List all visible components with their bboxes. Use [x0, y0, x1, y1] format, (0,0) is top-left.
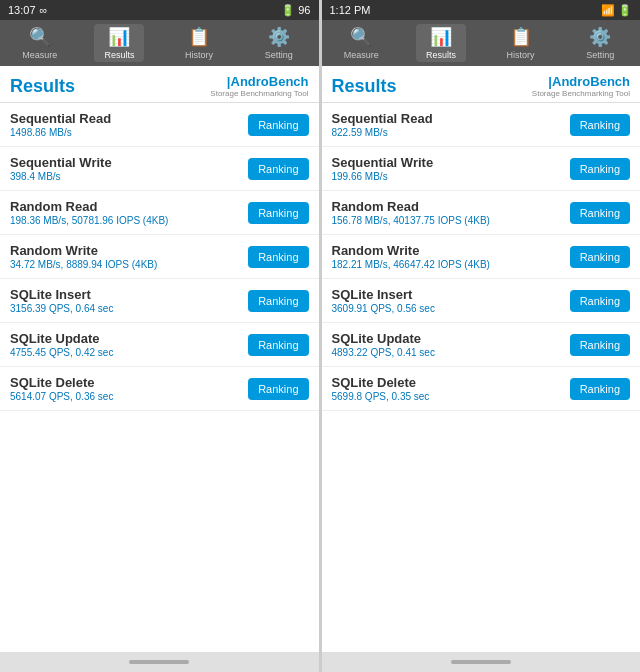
result-name-r6: SQLite Delete: [332, 375, 562, 390]
result-info-2: Random Read 198.36 MB/s, 50781.96 IOPS (…: [10, 199, 240, 226]
result-info-r2: Random Read 156.78 MB/s, 40137.75 IOPS (…: [332, 199, 562, 226]
setting-label-right: Setting: [586, 50, 614, 60]
logo-main-right: |AndroBench: [532, 74, 630, 89]
nav-measure-right[interactable]: 🔍 Measure: [336, 24, 386, 62]
result-value-r3: 182.21 MB/s, 46647.42 IOPS (4KB): [332, 259, 562, 270]
results-list-right: Sequential Read 822.59 MB/s Ranking Sequ…: [322, 103, 641, 652]
ranking-btn-2[interactable]: Ranking: [248, 202, 308, 224]
result-value-r0: 822.59 MB/s: [332, 127, 562, 138]
nav-history-left[interactable]: 📋 History: [174, 24, 224, 62]
table-row: SQLite Insert 3156.39 QPS, 0.64 sec Rank…: [0, 279, 319, 323]
logo-main-left: |AndroBench: [210, 74, 308, 89]
ranking-btn-r3[interactable]: Ranking: [570, 246, 630, 268]
results-icon-right: 📊: [430, 26, 452, 48]
table-row: Random Write 182.21 MB/s, 46647.42 IOPS …: [322, 235, 641, 279]
nav-measure-left[interactable]: 🔍 Measure: [15, 24, 65, 62]
setting-icon-left: ⚙️: [268, 26, 290, 48]
screen-right: 1:12 PM 📶 🔋 🔍 Measure 📊 Results 📋 Histor…: [322, 0, 641, 672]
measure-label-left: Measure: [22, 50, 57, 60]
ranking-btn-r6[interactable]: Ranking: [570, 378, 630, 400]
androbench-logo-right: |AndroBench Storage Benchmarking Tool: [532, 74, 630, 98]
ranking-btn-r5[interactable]: Ranking: [570, 334, 630, 356]
table-row: Sequential Read 1498.86 MB/s Ranking: [0, 103, 319, 147]
table-row: Sequential Write 398.4 MB/s Ranking: [0, 147, 319, 191]
table-row: SQLite Delete 5699.8 QPS, 0.35 sec Ranki…: [322, 367, 641, 411]
ranking-btn-0[interactable]: Ranking: [248, 114, 308, 136]
status-right-left-info: 1:12 PM: [330, 4, 371, 16]
result-name-5: SQLite Update: [10, 331, 240, 346]
results-title-right: Results: [332, 76, 397, 97]
ranking-btn-5[interactable]: Ranking: [248, 334, 308, 356]
result-name-r1: Sequential Write: [332, 155, 562, 170]
result-info-5: SQLite Update 4755.45 QPS, 0.42 sec: [10, 331, 240, 358]
ranking-btn-1[interactable]: Ranking: [248, 158, 308, 180]
nav-bar-right: 🔍 Measure 📊 Results 📋 History ⚙️ Setting: [322, 20, 641, 66]
screen-left: 13:07 ∞ 🔋 96 🔍 Measure 📊 Results 📋 Histo…: [0, 0, 320, 672]
results-icon-left: 📊: [108, 26, 130, 48]
results-header-right: Results |AndroBench Storage Benchmarking…: [322, 66, 641, 103]
result-name-r2: Random Read: [332, 199, 562, 214]
history-label-right: History: [507, 50, 535, 60]
result-info-1: Sequential Write 398.4 MB/s: [10, 155, 240, 182]
result-name-1: Sequential Write: [10, 155, 240, 170]
ranking-btn-3[interactable]: Ranking: [248, 246, 308, 268]
table-row: Random Read 156.78 MB/s, 40137.75 IOPS (…: [322, 191, 641, 235]
table-row: SQLite Insert 3609.91 QPS, 0.56 sec Rank…: [322, 279, 641, 323]
result-name-2: Random Read: [10, 199, 240, 214]
history-icon-left: 📋: [188, 26, 210, 48]
ranking-btn-r0[interactable]: Ranking: [570, 114, 630, 136]
ranking-btn-r4[interactable]: Ranking: [570, 290, 630, 312]
result-name-6: SQLite Delete: [10, 375, 240, 390]
results-label-right: Results: [426, 50, 456, 60]
nav-history-right[interactable]: 📋 History: [496, 24, 546, 62]
signal-right: 📶 🔋: [601, 4, 632, 17]
result-value-r2: 156.78 MB/s, 40137.75 IOPS (4KB): [332, 215, 562, 226]
nav-setting-left[interactable]: ⚙️ Setting: [254, 24, 304, 62]
ranking-btn-6[interactable]: Ranking: [248, 378, 308, 400]
result-info-0: Sequential Read 1498.86 MB/s: [10, 111, 240, 138]
logo-sub-right: Storage Benchmarking Tool: [532, 89, 630, 98]
result-info-r1: Sequential Write 199.66 MB/s: [332, 155, 562, 182]
result-name-r4: SQLite Insert: [332, 287, 562, 302]
status-left-info: 13:07 ∞: [8, 4, 47, 16]
measure-label-right: Measure: [344, 50, 379, 60]
result-name-4: SQLite Insert: [10, 287, 240, 302]
nav-results-right[interactable]: 📊 Results: [416, 24, 466, 62]
result-info-r5: SQLite Update 4893.22 QPS, 0.41 sec: [332, 331, 562, 358]
nav-results-left[interactable]: 📊 Results: [94, 24, 144, 62]
history-label-left: History: [185, 50, 213, 60]
table-row: Sequential Read 822.59 MB/s Ranking: [322, 103, 641, 147]
time-right: 1:12 PM: [330, 4, 371, 16]
setting-label-left: Setting: [265, 50, 293, 60]
results-label-left: Results: [104, 50, 134, 60]
result-name-3: Random Write: [10, 243, 240, 258]
ranking-btn-r1[interactable]: Ranking: [570, 158, 630, 180]
time-left: 13:07: [8, 4, 36, 16]
result-value-0: 1498.86 MB/s: [10, 127, 240, 138]
table-row: SQLite Update 4893.22 QPS, 0.41 sec Rank…: [322, 323, 641, 367]
table-row: Random Read 198.36 MB/s, 50781.96 IOPS (…: [0, 191, 319, 235]
table-row: SQLite Delete 5614.07 QPS, 0.36 sec Rank…: [0, 367, 319, 411]
table-row: SQLite Update 4755.45 QPS, 0.42 sec Rank…: [0, 323, 319, 367]
results-list-left: Sequential Read 1498.86 MB/s Ranking Seq…: [0, 103, 319, 652]
ranking-btn-4[interactable]: Ranking: [248, 290, 308, 312]
ranking-btn-r2[interactable]: Ranking: [570, 202, 630, 224]
result-value-r5: 4893.22 QPS, 0.41 sec: [332, 347, 562, 358]
result-name-r0: Sequential Read: [332, 111, 562, 126]
result-value-r6: 5699.8 QPS, 0.35 sec: [332, 391, 562, 402]
result-name-r3: Random Write: [332, 243, 562, 258]
logo-sub-left: Storage Benchmarking Tool: [210, 89, 308, 98]
battery-left: 🔋 96: [281, 4, 310, 17]
result-name-r5: SQLite Update: [332, 331, 562, 346]
result-value-5: 4755.45 QPS, 0.42 sec: [10, 347, 240, 358]
result-name-0: Sequential Read: [10, 111, 240, 126]
nav-bar-left: 🔍 Measure 📊 Results 📋 History ⚙️ Setting: [0, 20, 319, 66]
status-right-info: 🔋 96: [281, 4, 310, 17]
result-value-6: 5614.07 QPS, 0.36 sec: [10, 391, 240, 402]
result-info-r0: Sequential Read 822.59 MB/s: [332, 111, 562, 138]
setting-icon-right: ⚙️: [589, 26, 611, 48]
result-info-r4: SQLite Insert 3609.91 QPS, 0.56 sec: [332, 287, 562, 314]
nav-setting-right[interactable]: ⚙️ Setting: [575, 24, 625, 62]
home-indicator-right: [451, 660, 511, 664]
bottom-bar-left: [0, 652, 319, 672]
